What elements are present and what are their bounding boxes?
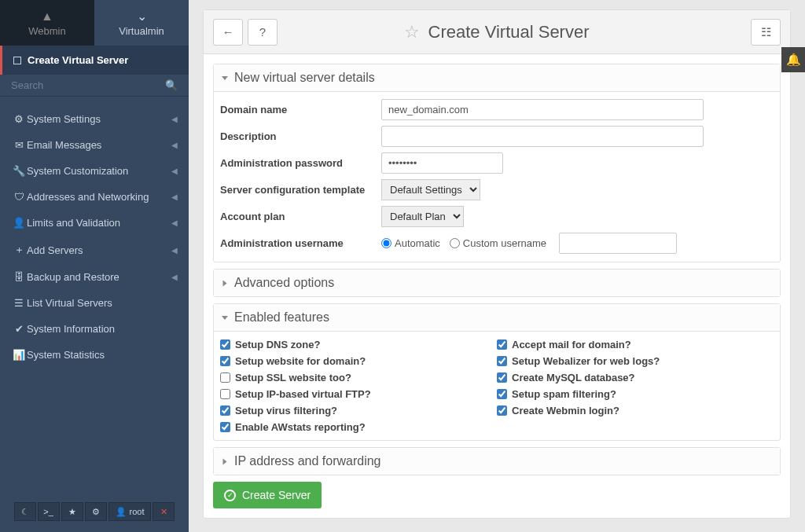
panel-body: New virtual server details Domain name D… <box>204 54 790 518</box>
menu-icon: ☰ <box>11 297 27 309</box>
section-features-header[interactable]: Enabled features <box>214 304 780 332</box>
menu-icon: 📊 <box>11 349 27 361</box>
feature-item[interactable]: Create MySQL database? <box>497 369 774 386</box>
feature-checkbox[interactable] <box>497 405 507 416</box>
favorite-button[interactable]: ★ <box>61 502 83 521</box>
night-mode-button[interactable]: ☾ <box>14 502 36 521</box>
feature-item[interactable]: Setup SSL website too? <box>220 369 497 386</box>
check-circle-icon: ✓ <box>224 490 236 501</box>
sidebar-item[interactable]: ＋Add Servers◀ <box>0 236 189 264</box>
custom-username-input[interactable] <box>559 233 677 254</box>
search-input[interactable] <box>11 79 165 91</box>
plan-label: Account plan <box>220 211 381 222</box>
feature-checkbox[interactable] <box>497 356 507 366</box>
bottom-toolbar: ☾ >_ ★ ⚙ 👤 root ✕ <box>0 496 189 532</box>
feature-checkbox[interactable] <box>220 339 230 350</box>
feature-item[interactable]: Setup DNS zone? <box>220 336 497 353</box>
sidebar-menu: ⚙System Settings◀✉Email Messages◀🔧System… <box>0 97 189 496</box>
user-auto-option[interactable]: Automatic <box>381 237 440 249</box>
filter-button[interactable]: ☷ <box>751 19 781 46</box>
feature-item[interactable]: Setup spam filtering? <box>497 386 774 402</box>
section-advanced-header[interactable]: Advanced options <box>214 270 780 296</box>
feature-label: Create MySQL database? <box>512 372 635 383</box>
plan-select[interactable]: Default Plan <box>381 206 464 227</box>
feature-label: Setup DNS zone? <box>235 339 320 350</box>
current-page-label: Create Virtual Server <box>28 54 128 66</box>
feature-item[interactable]: Create Webmin login? <box>497 402 774 419</box>
sidebar-item[interactable]: 📊System Statistics <box>0 342 189 368</box>
feature-item[interactable]: Accept mail for domain? <box>497 336 774 353</box>
create-server-button[interactable]: ✓ Create Server <box>213 482 322 508</box>
feature-item[interactable]: Enable AWstats reporting? <box>220 419 497 435</box>
settings-button[interactable]: ⚙ <box>85 502 107 521</box>
sidebar-item[interactable]: 🗄Backup and Restore◀ <box>0 264 189 290</box>
password-input[interactable] <box>381 152 503 174</box>
menu-icon: 👤 <box>11 217 27 229</box>
section-features-body: Setup DNS zone?Setup website for domain?… <box>214 332 780 440</box>
feature-item[interactable]: Setup website for domain? <box>220 353 497 369</box>
section-ip-header[interactable]: IP address and forwarding <box>214 448 780 475</box>
feature-checkbox[interactable] <box>497 339 507 350</box>
user-custom-option[interactable]: Custom username <box>450 237 546 249</box>
sidebar-current-page[interactable]: Create Virtual Server <box>0 46 189 75</box>
notifications-tab[interactable]: 🔔 <box>781 47 805 72</box>
feature-label: Enable AWstats reporting? <box>235 421 366 433</box>
search-icon[interactable]: 🔍 <box>165 79 178 91</box>
sidebar-item[interactable]: ✉Email Messages◀ <box>0 132 189 158</box>
user-button[interactable]: 👤 root <box>108 502 152 521</box>
menu-label: System Statistics <box>27 349 178 361</box>
chevron-left-icon: ◀ <box>171 167 178 175</box>
section-details-header[interactable]: New virtual server details <box>214 64 780 92</box>
user-auto-radio[interactable] <box>381 238 391 248</box>
menu-label: System Settings <box>27 113 171 125</box>
feature-checkbox[interactable] <box>220 422 230 432</box>
logout-button[interactable]: ✕ <box>153 502 175 521</box>
menu-icon: 🛡 <box>11 191 27 203</box>
section-title: Enabled features <box>234 310 329 325</box>
sidebar-item[interactable]: ☰List Virtual Servers <box>0 290 189 316</box>
feature-checkbox[interactable] <box>497 372 507 383</box>
back-button[interactable]: ← <box>213 19 243 46</box>
features-col-left: Setup DNS zone?Setup website for domain?… <box>220 336 497 435</box>
template-select[interactable]: Default Settings <box>381 179 480 200</box>
sidebar-search: 🔍 <box>0 75 189 97</box>
caret-right-icon <box>223 280 227 286</box>
menu-label: Email Messages <box>27 139 171 151</box>
menu-label: Backup and Restore <box>27 271 171 283</box>
feature-item[interactable]: Setup virus filtering? <box>220 402 497 419</box>
menu-icon: ✉ <box>11 139 27 151</box>
sidebar-item[interactable]: 🔧System Customization◀ <box>0 158 189 184</box>
sidebar-item[interactable]: ⚙System Settings◀ <box>0 106 189 132</box>
tab-webmin[interactable]: ▲ Webmin <box>0 0 94 46</box>
create-server-icon <box>13 57 21 64</box>
sidebar-item[interactable]: ✔System Information <box>0 316 189 342</box>
user-label: root <box>130 507 145 516</box>
feature-item[interactable]: Setup IP-based virtual FTP? <box>220 386 497 402</box>
user-icon: 👤 <box>116 507 127 517</box>
caret-down-icon <box>222 316 228 320</box>
feature-checkbox[interactable] <box>220 389 230 399</box>
terminal-button[interactable]: >_ <box>38 502 60 521</box>
section-advanced: Advanced options <box>213 269 781 297</box>
feature-checkbox[interactable] <box>497 389 507 399</box>
section-title: New virtual server details <box>234 71 375 85</box>
sidebar-item[interactable]: 👤Limits and Validation◀ <box>0 210 189 236</box>
domain-input[interactable] <box>381 99 704 120</box>
sidebar-item[interactable]: 🛡Addresses and Networking◀ <box>0 184 189 210</box>
feature-item[interactable]: Setup Webalizer for web logs? <box>497 353 774 369</box>
feature-checkbox[interactable] <box>220 372 230 383</box>
page-title: Create Virtual Server <box>428 22 589 42</box>
feature-checkbox[interactable] <box>220 356 230 366</box>
feature-checkbox[interactable] <box>220 405 230 416</box>
tab-virtualmin[interactable]: ⌄ Virtualmin <box>94 0 189 46</box>
desc-input[interactable] <box>381 126 704 147</box>
help-button[interactable]: ? <box>248 19 278 46</box>
star-icon[interactable]: ☆ <box>404 22 420 42</box>
main-panel: ← ? ☆ Create Virtual Server ☷ New virtua… <box>203 9 791 519</box>
pw-label: Administration password <box>220 157 381 169</box>
sidebar: ▲ Webmin ⌄ Virtualmin Create Virtual Ser… <box>0 0 189 532</box>
menu-icon: ＋ <box>11 243 27 257</box>
template-label: Server configuration template <box>220 184 381 196</box>
menu-icon: ⚙ <box>11 113 27 125</box>
user-custom-radio[interactable] <box>450 238 460 248</box>
